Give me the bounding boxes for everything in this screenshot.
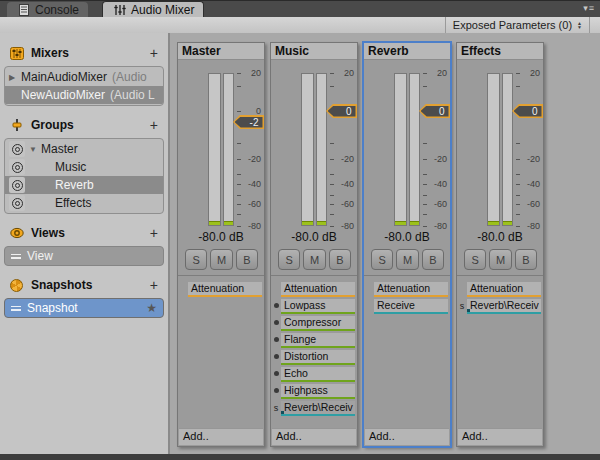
- section-title: Views: [31, 226, 65, 240]
- effect-slot-receive[interactable]: Receive: [374, 299, 448, 314]
- exposed-parameters-dropdown[interactable]: Exposed Parameters (0) ▲▼: [445, 17, 590, 33]
- mute-button[interactable]: M: [303, 249, 325, 270]
- effect-enabled-dot: [271, 384, 281, 397]
- db-scale: 200-20-40-60-80: [423, 73, 447, 226]
- group-item-master[interactable]: ▼ Master: [5, 140, 163, 158]
- db-tick: [423, 86, 427, 87]
- bypass-button[interactable]: B: [422, 249, 444, 270]
- snapshot-item[interactable]: Snapshot ★: [4, 298, 164, 318]
- vu-meter-left: [208, 73, 221, 226]
- vu-meter-right: [223, 73, 234, 226]
- group-item-effects[interactable]: Effects: [5, 194, 163, 212]
- meter-zone: 200-20-40-60-80 0: [364, 60, 450, 230]
- drag-handle-icon: [11, 306, 21, 311]
- meter-zone: 200-20-40-60-80 0: [271, 60, 357, 230]
- effect-slot-compressor[interactable]: Compressor: [281, 316, 355, 331]
- smb-buttons: S M B: [457, 246, 543, 273]
- mute-button[interactable]: M: [210, 249, 232, 270]
- send-prefix: s: [457, 299, 467, 312]
- db-scale-label: 20: [437, 68, 447, 78]
- mixer-type-suffix: (Audio L: [110, 88, 155, 102]
- group-item-music[interactable]: Music: [5, 158, 163, 176]
- add-effect-button[interactable]: Add..: [272, 428, 356, 445]
- visibility-icon[interactable]: [9, 141, 25, 157]
- strip-music[interactable]: Music 200-20-40-60-80 0 -80.0 dB S M B: [270, 42, 358, 447]
- mixer-item-mainaudiomixer[interactable]: ▶ MainAudioMixer (Audio: [5, 68, 163, 86]
- section-title: Snapshots: [31, 278, 92, 292]
- start-snapshot-star-icon[interactable]: ★: [146, 301, 157, 315]
- group-item-reverb[interactable]: Reverb: [5, 176, 163, 194]
- strip-effects[interactable]: Effects 200-20-40-60-80 0 -80.0 dB S M B: [456, 42, 544, 447]
- db-tick: [423, 159, 427, 160]
- add-mixer-button[interactable]: +: [150, 46, 158, 60]
- bypass-button[interactable]: B: [329, 249, 351, 270]
- effect-slot-highpass[interactable]: Highpass: [281, 384, 355, 399]
- visibility-icon[interactable]: [9, 195, 25, 211]
- db-scale-label: 0: [256, 106, 261, 116]
- db-scale-label: -20: [248, 154, 261, 164]
- effect-slot-attenuation[interactable]: Attenuation: [188, 282, 262, 297]
- solo-button[interactable]: S: [464, 249, 486, 270]
- solo-button[interactable]: S: [278, 249, 300, 270]
- add-effect-button[interactable]: Add..: [458, 428, 542, 445]
- db-tick: [423, 214, 427, 215]
- effect-slot-send-receive[interactable]: Reverb\Receiv: [281, 401, 355, 416]
- effect-slot-attenuation[interactable]: Attenuation: [281, 282, 355, 297]
- mixers-list: ▶ MainAudioMixer (Audio NewAudioMixer (A…: [4, 66, 164, 106]
- add-effect-button[interactable]: Add..: [365, 428, 449, 445]
- smb-buttons: S M B: [271, 246, 357, 273]
- strip-master[interactable]: Master 200-20-40-60-80 -2 -80.0 dB S M B: [177, 42, 265, 447]
- effect-slot-attenuation[interactable]: Attenuation: [467, 282, 541, 297]
- mute-button[interactable]: M: [396, 249, 418, 270]
- bypass-button[interactable]: B: [515, 249, 537, 270]
- visibility-icon[interactable]: [9, 177, 25, 193]
- solo-button[interactable]: S: [185, 249, 207, 270]
- effect-slot-echo[interactable]: Echo: [281, 367, 355, 382]
- db-tick: [516, 86, 520, 87]
- groups-icon: [9, 118, 24, 132]
- effect-slot-lowpass[interactable]: Lowpass: [281, 299, 355, 314]
- db-tick: [516, 174, 520, 175]
- add-effect-button[interactable]: Add..: [179, 428, 263, 445]
- effect-slot-send-receive[interactable]: Reverb\Receiv: [467, 299, 541, 314]
- db-scale: 200-20-40-60-80: [516, 73, 540, 226]
- solo-button[interactable]: S: [371, 249, 393, 270]
- db-tick: [423, 174, 427, 175]
- foldout-icon[interactable]: ▶: [9, 73, 21, 82]
- section-title: Groups: [31, 118, 74, 132]
- db-tick: [516, 143, 520, 144]
- group-name: Music: [55, 160, 86, 174]
- mixer-type-suffix: (Audio: [112, 70, 147, 84]
- vu-meter-right: [316, 73, 327, 226]
- add-group-button[interactable]: +: [150, 118, 158, 132]
- strip-reverb[interactable]: Reverb 200-20-40-60-80 0 -80.0 dB S M B: [363, 42, 451, 447]
- db-tick: [330, 143, 334, 144]
- db-scale-label: -20: [527, 154, 540, 164]
- foldout-icon[interactable]: ▼: [29, 145, 41, 154]
- vu-meter-left: [301, 73, 314, 226]
- window-menu-icon[interactable]: ▾≡: [583, 4, 595, 13]
- db-tick: [516, 204, 520, 205]
- view-item[interactable]: View: [4, 246, 164, 266]
- effect-enabled-dot: [271, 350, 281, 363]
- add-view-button[interactable]: +: [150, 226, 158, 240]
- add-snapshot-button[interactable]: +: [150, 278, 158, 292]
- tab-audio-mixer[interactable]: Audio Mixer: [102, 1, 204, 18]
- mute-button[interactable]: M: [489, 249, 511, 270]
- db-tick: [237, 184, 241, 185]
- tab-console[interactable]: Console: [7, 2, 88, 18]
- bypass-button[interactable]: B: [236, 249, 258, 270]
- effect-slot-attenuation[interactable]: Attenuation: [374, 282, 448, 297]
- vu-meter-left: [487, 73, 500, 226]
- db-tick: [237, 204, 241, 205]
- views-header: Views +: [9, 225, 158, 241]
- db-tick: [330, 184, 334, 185]
- visibility-icon[interactable]: [9, 159, 25, 175]
- effect-slot-flange[interactable]: Flange: [281, 333, 355, 348]
- db-tick: [237, 226, 241, 227]
- effect-slot-distortion[interactable]: Distortion: [281, 350, 355, 365]
- db-scale-label: -60: [248, 199, 261, 209]
- db-tick: [330, 195, 334, 196]
- mixer-item-newaudiomixer[interactable]: NewAudioMixer (Audio L: [5, 86, 163, 104]
- smb-buttons: S M B: [364, 246, 450, 273]
